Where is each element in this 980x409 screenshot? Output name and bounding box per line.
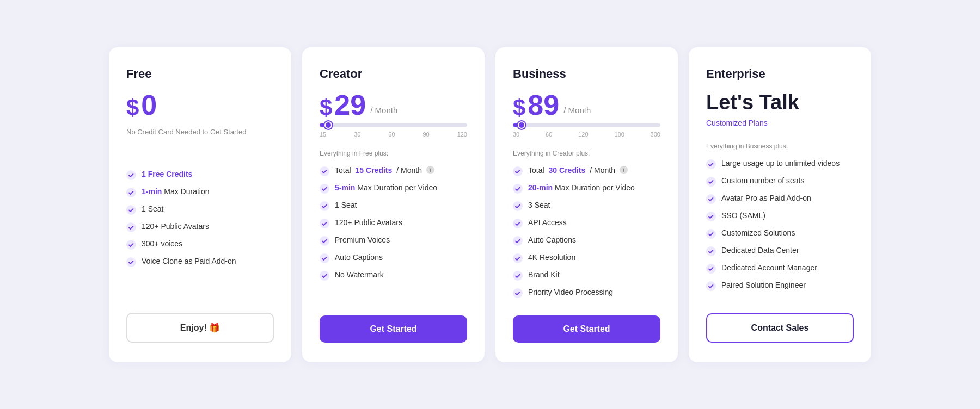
svg-point-26	[706, 246, 716, 256]
feature-item: Large usage up to unlimited videos	[706, 159, 854, 169]
check-icon	[320, 253, 329, 263]
price-period-business: / Month	[564, 106, 591, 115]
feature-text: API Access	[528, 218, 567, 227]
feature-item: Premium Voices	[320, 236, 467, 246]
svg-point-2	[126, 205, 136, 215]
feature-item: 1 Seat	[126, 205, 274, 215]
slider-label: 120	[578, 131, 588, 138]
svg-point-9	[320, 219, 329, 228]
plan-card-creator: Creator $ 29 / Month 15 30 60 90 120 Eve…	[302, 47, 485, 362]
plan-name-creator: Creator	[320, 67, 467, 81]
feature-item: 3 Seat	[513, 201, 660, 211]
svg-point-4	[126, 240, 136, 250]
price-period-creator: / Month	[370, 106, 397, 115]
svg-point-25	[706, 229, 716, 239]
feature-text: No Watermark	[335, 270, 384, 279]
feature-text: Avatar Pro as Paid Add-on	[721, 194, 811, 202]
check-icon	[126, 257, 136, 267]
section-header-creator: Everything in Free plus:	[320, 150, 467, 157]
slider-label: 15	[320, 131, 326, 138]
slider-thumb[interactable]	[518, 121, 525, 129]
svg-point-27	[706, 264, 716, 274]
credits-slider-creator: 15 30 60 90 120	[320, 123, 467, 138]
feature-text: SSO (SAML)	[721, 211, 765, 220]
feature-item: Brand Kit	[513, 270, 660, 281]
slider-label: 30	[513, 131, 519, 138]
check-icon	[126, 170, 136, 180]
get-started-button-business[interactable]: Get Started	[513, 315, 660, 343]
feature-list-creator: Total 15 Credits / Month i 5-min Max Dur…	[320, 166, 467, 298]
section-header-business: Everything in Creator plus:	[513, 150, 660, 157]
feature-text: 4K Resolution	[528, 253, 575, 262]
enjoy-button[interactable]: Enjoy! 🎁	[126, 313, 274, 343]
check-icon	[706, 194, 716, 204]
check-icon	[126, 240, 136, 250]
svg-point-17	[513, 236, 523, 246]
feature-text: Large usage up to unlimited videos	[721, 159, 840, 168]
check-icon	[706, 212, 716, 221]
feature-text: Auto Captions	[335, 253, 383, 262]
plan-name-free: Free	[126, 67, 274, 81]
check-icon	[320, 236, 329, 246]
feature-text: 120+ Public Avatars	[335, 218, 402, 227]
slider-label: 90	[422, 131, 429, 138]
check-icon	[126, 222, 136, 232]
slider-label: 60	[388, 131, 395, 138]
feature-item: Avatar Pro as Paid Add-on	[706, 194, 854, 204]
check-icon	[513, 271, 523, 281]
check-icon	[513, 201, 523, 211]
price-row-creator: $ 29 / Month	[320, 91, 467, 119]
price-amount-business: 89	[528, 91, 559, 119]
slider-thumb[interactable]	[324, 121, 332, 129]
svg-point-12	[320, 271, 329, 281]
info-icon[interactable]: i	[426, 166, 434, 174]
feature-item: Total 30 Credits / Month i	[513, 166, 660, 176]
svg-point-18	[513, 253, 523, 263]
feature-text: 120+ Public Avatars	[142, 222, 209, 231]
check-icon	[126, 188, 136, 197]
section-header-enterprise: Everything in Business plus:	[706, 142, 854, 150]
check-icon	[513, 253, 523, 263]
feature-item: Priority Video Processing	[513, 288, 660, 298]
feature-text: Customized Solutions	[721, 228, 795, 237]
price-dollar-creator: $	[320, 96, 332, 119]
price-row-business: $ 89 / Month	[513, 91, 660, 119]
feature-item: 5-min Max Duration per Video	[320, 183, 467, 194]
price-note-free: No Credit Card Needed to Get Started	[126, 128, 274, 136]
info-icon[interactable]: i	[620, 166, 628, 174]
check-icon	[706, 264, 716, 274]
feature-text: Premium Voices	[335, 236, 390, 244]
svg-point-10	[320, 236, 329, 246]
price-row-free: $ 0	[126, 91, 274, 119]
price-dollar-business: $	[513, 96, 525, 119]
feature-text: 300+ voices	[142, 239, 182, 248]
slider-track	[513, 123, 660, 127]
feature-item: 20-min Max Duration per Video	[513, 183, 660, 194]
plan-card-business: Business $ 89 / Month 30 60 120 180 300 …	[495, 47, 678, 362]
check-icon	[320, 271, 329, 281]
plan-card-free: Free $ 0 No Credit Card Needed to Get St…	[109, 47, 291, 362]
plan-name-business: Business	[513, 67, 660, 81]
feature-item: Total 15 Credits / Month i	[320, 166, 467, 176]
get-started-button-creator[interactable]: Get Started	[320, 315, 467, 343]
svg-point-23	[706, 194, 716, 204]
svg-point-7	[320, 184, 329, 194]
feature-text: 1-min Max Duration	[142, 187, 210, 196]
feature-item: 1 Seat	[320, 201, 467, 211]
feature-text: 3 Seat	[528, 201, 550, 209]
feature-item: API Access	[513, 218, 660, 228]
check-icon	[706, 281, 716, 291]
feature-item: No Watermark	[320, 270, 467, 281]
feature-text: Auto Captions	[528, 236, 576, 244]
feature-list-free: 1 Free Credits 1-min Max Duration 1 Seat…	[126, 170, 274, 295]
credits-slider-business: 30 60 120 180 300	[513, 123, 660, 138]
contact-sales-button[interactable]: Contact Sales	[706, 313, 854, 343]
plan-card-enterprise: Enterprise Let's Talk Customized Plans E…	[689, 47, 871, 362]
price-amount-free: 0	[141, 91, 157, 119]
slider-label: 300	[651, 131, 660, 138]
check-icon	[126, 205, 136, 215]
feature-list-enterprise: Large usage up to unlimited videos Custo…	[706, 159, 854, 295]
check-icon	[513, 219, 523, 228]
feature-item: 120+ Public Avatars	[320, 218, 467, 228]
check-icon	[320, 166, 329, 176]
